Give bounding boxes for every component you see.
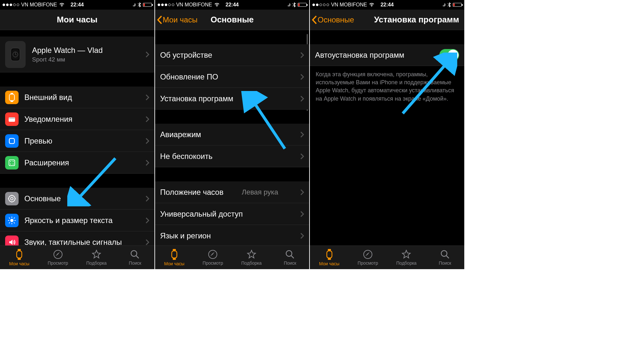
row-label: Звуки, тактильные сигналы [24, 238, 122, 245]
chevron-right-icon [145, 195, 149, 202]
tab-browse[interactable]: Просмотр [194, 246, 232, 269]
tab-label: Просмотр [48, 261, 68, 266]
svg-point-16 [9, 195, 15, 202]
carrier-label: VN MOBIFONE [331, 2, 367, 8]
tab-bar: Мои часы Просмотр Подборка Поиск [0, 245, 154, 269]
tab-my-watch[interactable]: Мои часы [0, 246, 38, 269]
chevron-right-icon [300, 189, 304, 195]
carrier-label: VN MOBIFONE [21, 2, 57, 8]
row-appearance[interactable]: Внешний вид [0, 87, 154, 108]
row-brightness-text-size[interactable]: Яркость и размер текста [0, 210, 154, 231]
row-accessibility[interactable]: Универсальный доступ [155, 203, 310, 225]
dnd-moon-icon [286, 3, 291, 7]
row-about[interactable]: Об устройстве [155, 44, 310, 66]
tab-label: Мои часы [319, 261, 339, 266]
nav-back-button[interactable]: Мои часы [155, 15, 198, 24]
tab-label: Подборка [396, 261, 417, 266]
svg-rect-39 [172, 251, 177, 258]
tab-featured[interactable]: Подборка [77, 246, 116, 269]
footer-note: Когда эта функция включена, программы, и… [310, 66, 464, 107]
dnd-moon-icon [441, 3, 446, 7]
toggle-label: Автоустановка программ [315, 51, 404, 60]
svg-point-50 [441, 251, 447, 256]
chevron-right-icon [300, 131, 304, 138]
tab-label: Просмотр [202, 261, 223, 266]
tab-search[interactable]: Поиск [271, 246, 309, 269]
preview-icon [5, 134, 19, 148]
svg-rect-46 [327, 251, 332, 258]
svg-rect-47 [328, 249, 331, 251]
chevron-right-icon [300, 74, 304, 80]
content-scroll[interactable]: Apple Watch — Vlad Sport 42 мм Внешний в… [0, 30, 154, 245]
clock-label: 22:44 [70, 2, 84, 8]
chevron-right-icon [145, 116, 149, 122]
row-airplane-mode[interactable]: Авиарежим [155, 124, 310, 145]
row-label: Основные [24, 194, 61, 203]
tab-featured[interactable]: Подборка [232, 246, 271, 269]
tab-label: Поиск [284, 261, 296, 266]
tab-my-watch[interactable]: Мои часы [310, 246, 348, 269]
device-subtitle: Sport 42 мм [32, 56, 103, 63]
nav-bar: Мои часы Основные [155, 10, 310, 30]
tab-bar: Мои часы Просмотр Подборка Поиск [310, 245, 464, 269]
svg-line-28 [14, 222, 15, 223]
row-general[interactable]: Основные [0, 188, 154, 210]
appearance-icon [5, 91, 19, 104]
screen-install-apps: VN MOBIFONE 22:44 Основные Установка про… [310, 0, 464, 269]
chevron-right-icon [145, 217, 149, 224]
row-label: Уведомления [24, 115, 72, 124]
nav-back-label: Мои часы [163, 15, 198, 24]
row-label: Установка программ [160, 94, 233, 103]
content-scroll[interactable]: Автоустановка программ Когда эта функция… [310, 30, 464, 245]
battery-icon [298, 3, 307, 7]
signal-dots-icon [3, 4, 19, 6]
row-label: Внешний вид [24, 93, 72, 102]
clock-label: 22:44 [381, 2, 394, 8]
screen-general: VN MOBIFONE 22:44 Мои часы Основные Об у… [155, 0, 310, 269]
tab-my-watch[interactable]: Мои часы [155, 246, 194, 269]
row-watch-orientation[interactable]: Положение часов Левая рука [155, 181, 310, 203]
row-notifications[interactable]: Уведомления [0, 108, 154, 130]
svg-rect-32 [17, 251, 22, 258]
row-sounds-haptics[interactable]: Звуки, тактильные сигналы [0, 231, 154, 245]
row-extensions[interactable]: Расширения [0, 152, 154, 174]
svg-rect-6 [11, 93, 13, 94]
brightness-icon [5, 214, 19, 227]
tab-label: Просмотр [358, 261, 378, 266]
tab-label: Мои часы [9, 261, 29, 266]
tab-search[interactable]: Поиск [116, 246, 154, 269]
page-title: Основные [211, 15, 254, 25]
tab-browse[interactable]: Просмотр [349, 246, 387, 269]
wifi-icon [59, 3, 65, 7]
svg-line-27 [9, 218, 10, 219]
row-software-update[interactable]: Обновление ПО [155, 66, 310, 88]
extensions-icon [5, 156, 19, 170]
row-label: Яркость и размер текста [24, 216, 112, 225]
chevron-right-icon [300, 233, 304, 239]
tab-browse[interactable]: Просмотр [38, 246, 77, 269]
device-title: Apple Watch — Vlad [32, 46, 103, 55]
bluetooth-icon [293, 2, 296, 7]
tab-label: Подборка [86, 261, 107, 266]
wifi-icon [214, 3, 220, 7]
tab-label: Мои часы [164, 261, 184, 266]
svg-point-22 [10, 219, 13, 222]
row-preview[interactable]: Превью [0, 130, 154, 152]
svg-rect-7 [11, 101, 13, 102]
chevron-right-icon [145, 160, 149, 166]
status-bar: VN MOBIFONE 22:44 [310, 0, 464, 10]
row-install-apps[interactable]: Установка программ [155, 88, 310, 110]
content-scroll[interactable]: Об устройстве Обновление ПО Установка пр… [155, 30, 310, 245]
row-label: Расширения [24, 158, 69, 167]
svg-point-15 [13, 163, 14, 164]
tab-label: Поиск [439, 261, 451, 266]
nav-back-button[interactable]: Основные [310, 15, 354, 24]
row-do-not-disturb[interactable]: Не беспокоить [155, 145, 310, 167]
auto-install-toggle[interactable] [439, 49, 459, 61]
svg-line-51 [446, 256, 449, 258]
row-language-region[interactable]: Язык и регион [155, 225, 310, 245]
row-label: Превью [24, 136, 52, 145]
tab-featured[interactable]: Подборка [387, 246, 426, 269]
tab-search[interactable]: Поиск [426, 246, 464, 269]
device-row[interactable]: Apple Watch — Vlad Sport 42 мм [0, 37, 154, 72]
